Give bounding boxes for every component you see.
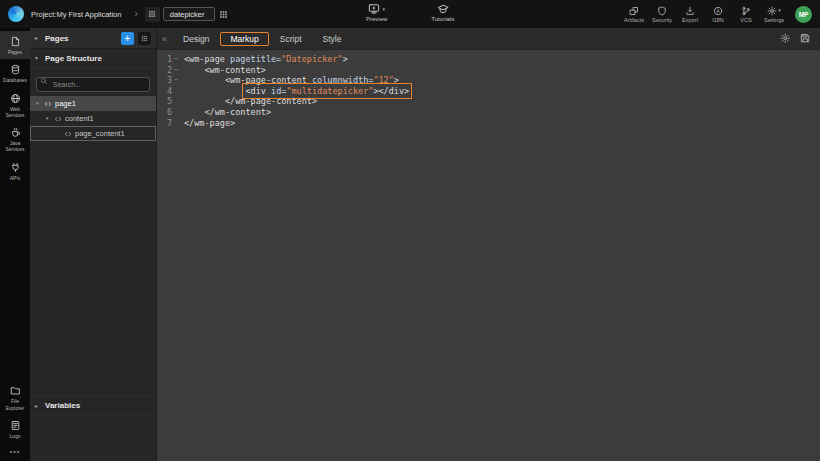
wavemaker-studio-window: Project:My First Application › datepicke… [0, 0, 820, 461]
tree-item-content1[interactable]: ▾content1 [30, 111, 156, 126]
java-services-icon [10, 127, 21, 138]
tool-artifacts[interactable]: Artifacts [620, 5, 648, 23]
logs-icon [10, 420, 21, 431]
gutter-line: 2− [157, 65, 181, 76]
code-line[interactable]: <wm-page pagetitle="Datepicker"> [184, 54, 820, 65]
tool-label: Settings [764, 17, 784, 23]
fold-marker: − [173, 65, 179, 76]
editor-tabs: DesignMarkupScriptStyle [173, 32, 351, 46]
rail-item-apis[interactable]: APIs [0, 157, 30, 185]
panel-menu-button[interactable] [138, 32, 151, 45]
tree-item-page1[interactable]: ▾page1 [30, 96, 156, 111]
code-line[interactable]: <wm-page-content columnwidth="12"> [184, 75, 820, 86]
fold-marker: − [173, 54, 179, 65]
more-options-button[interactable]: ••• [0, 443, 30, 461]
i18n-icon: A [713, 6, 723, 16]
topbar-tools: ArtifactsSecurityExportAI18NVCS▾Settings [620, 5, 788, 23]
code-token: </wm-content> [204, 107, 271, 117]
line-number: 2 [167, 65, 172, 76]
code-token: <wm-content> [204, 65, 265, 75]
code-indent [184, 86, 245, 96]
code-line[interactable]: </wm-page> [184, 118, 820, 129]
user-avatar[interactable]: MP [795, 6, 812, 23]
fold-marker: − [173, 75, 179, 86]
preview-icon [368, 3, 380, 15]
rail-item-label: Databases [3, 77, 27, 83]
search-input[interactable] [36, 77, 150, 92]
variables-header[interactable]: ▸ Variables [30, 396, 156, 415]
code-line[interactable]: </wm-page-content> [184, 96, 820, 107]
code-line[interactable]: <div id="multidatepicker"></div> [184, 86, 820, 97]
tab-style[interactable]: Style [313, 32, 352, 46]
rail-item-label: Java Services [1, 140, 29, 153]
gutter-line: 6 [157, 107, 181, 118]
rail-top: PagesDatabasesWeb ServicesJava ServicesA… [0, 31, 30, 185]
chevron-down-icon: ▾ [382, 7, 385, 12]
tutorials-label: Tutorials [431, 16, 454, 22]
pages-panel-header: ▸ Pages + [30, 28, 156, 49]
apps-grid-icon[interactable] [219, 10, 228, 19]
rail-item-databases[interactable]: Databases [0, 59, 30, 87]
chevron-down-icon: ▾ [36, 101, 41, 106]
artifacts-icon [629, 6, 639, 16]
rail-item-java-services[interactable]: Java Services [0, 122, 30, 157]
panel-filler [30, 141, 156, 396]
collapse-panel-button[interactable]: « [160, 34, 173, 44]
code-editor[interactable]: 1−2−3−4567 <wm-page pagetitle="Datepicke… [157, 50, 820, 461]
rail-item-pages[interactable]: Pages [0, 31, 30, 59]
code-token: </wm-page-content> [225, 96, 317, 106]
code-token: "12" [373, 75, 393, 85]
tool-label: I18N [712, 17, 724, 23]
apis-icon [10, 162, 21, 173]
web-services-icon [10, 93, 21, 104]
topbar: Project:My First Application › datepicke… [0, 0, 820, 28]
breadcrumb-chevron-icon: › [134, 9, 137, 19]
code-token: id= [271, 86, 286, 96]
tool-export[interactable]: Export [676, 5, 704, 23]
main-row: PagesDatabasesWeb ServicesJava ServicesA… [0, 28, 820, 461]
tab-script[interactable]: Script [270, 32, 312, 46]
page-name-field[interactable]: datepicker [163, 7, 215, 21]
tool-i18n[interactable]: AI18N [704, 5, 732, 23]
rail-item-file-explorer[interactable]: File Explorer [0, 380, 30, 415]
settings-icon [767, 6, 777, 16]
tab-design[interactable]: Design [173, 32, 219, 46]
tool-security[interactable]: Security [648, 5, 676, 23]
preview-button[interactable]: ▾ Preview [366, 3, 387, 22]
code-line[interactable]: </wm-content> [184, 107, 820, 118]
chevron-down-icon[interactable]: ▾ [35, 55, 41, 61]
code-token: > [394, 75, 399, 85]
editor-settings-icon[interactable] [780, 33, 791, 44]
code-token: > [343, 54, 348, 64]
tool-label: Artifacts [624, 17, 644, 23]
svg-text:A: A [716, 8, 720, 13]
add-page-button[interactable]: + [121, 32, 134, 45]
code-line[interactable]: <wm-content> [184, 65, 820, 76]
tree-item-page-content1[interactable]: page_content1 [30, 126, 156, 141]
chevron-right-icon[interactable]: ▸ [35, 35, 41, 41]
database-icon [10, 64, 21, 75]
tool-vcs[interactable]: VCS [732, 5, 760, 23]
app-logo-icon[interactable] [8, 6, 24, 22]
tab-markup[interactable]: Markup [220, 32, 268, 46]
rail-spacer [0, 185, 30, 381]
tutorials-icon [437, 3, 449, 15]
gutter-line: 5 [157, 96, 181, 107]
page-structure-header: ▾ Page Structure [30, 49, 156, 68]
line-number: 5 [167, 96, 172, 107]
left-rail: PagesDatabasesWeb ServicesJava ServicesA… [0, 28, 30, 461]
rail-item-label: Pages [8, 49, 22, 55]
tool-icon-row [629, 5, 639, 16]
rail-item-web-services[interactable]: Web Services [0, 88, 30, 123]
tool-settings[interactable]: ▾Settings [760, 5, 788, 23]
rail-item-logs[interactable]: Logs [0, 415, 30, 443]
tree-item-label: page1 [55, 99, 76, 108]
line-number: 4 [167, 86, 172, 97]
tutorials-button[interactable]: Tutorials [431, 3, 454, 22]
gutter-line: 3− [157, 75, 181, 86]
code-token: <div [245, 86, 271, 96]
editor-actions [780, 33, 810, 44]
grid-icon [141, 35, 148, 42]
save-icon[interactable] [800, 33, 811, 44]
page-switcher-button[interactable] [145, 7, 160, 22]
